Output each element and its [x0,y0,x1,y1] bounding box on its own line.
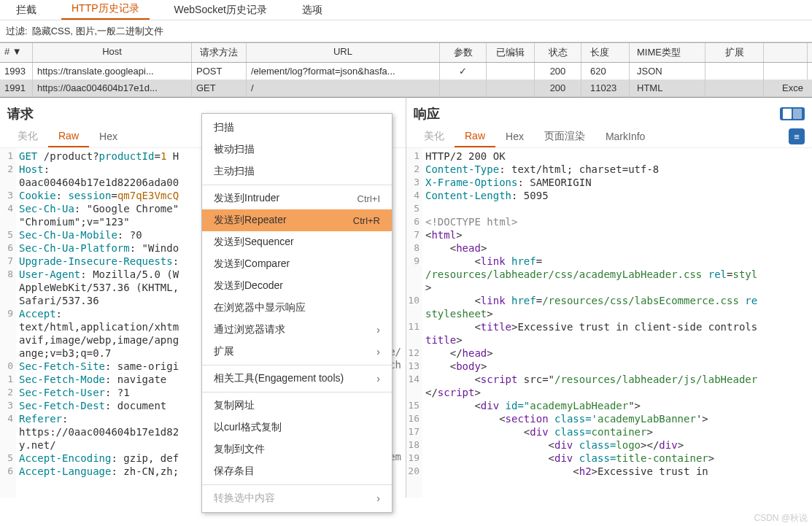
menu-request-browser[interactable]: 通过浏览器请求› [202,319,392,341]
menu-engagement-tools[interactable]: 相关工具(Engagement tools)› [202,368,392,390]
menu-passive-scan[interactable]: 被动扫描 [202,139,392,160]
filter-label: 过滤: [6,25,28,38]
col-length[interactable]: 长度 [581,43,630,62]
col-params[interactable]: 参数 [440,43,487,62]
cell-ext [705,80,764,96]
filter-bar[interactable]: 过滤: 隐藏CSS, 图片,一般二进制文件 [0,20,812,42]
tab-intercept[interactable]: 拦截 [6,1,47,20]
menu-send-repeater[interactable]: 发送到RepeaterCtrl+R [202,209,392,231]
layout-toggle[interactable] [780,107,805,120]
cell-extra: Exce [764,80,808,96]
context-menu: 扫描 被动扫描 主动扫描 发送到IntruderCtrl+I 发送到Repeat… [201,113,393,513]
cell-id: 1993 [0,63,33,80]
detail-panes: ge/ xch dem 请求 美化 Raw Hex 12 34 5678 9 0… [0,97,812,498]
resp-tab-raw[interactable]: Raw [455,125,495,147]
resp-tab-render[interactable]: 页面渲染 [534,125,595,147]
filter-value: 隐藏CSS, 图片,一般二进制文件 [32,25,164,38]
cell-ext [705,63,764,80]
menu-separator [202,365,392,366]
resp-tab-hex[interactable]: Hex [495,126,534,147]
col-extra[interactable] [764,43,808,62]
response-pane: 响应 美化 Raw Hex 页面渲染 MarkInfo ≡ 123456789 … [406,98,812,498]
col-mime[interactable]: MIME类型 [630,43,705,62]
cell-extra [764,63,808,80]
response-editor[interactable]: 123456789 10 11 121314 151617181920 HTTP… [406,148,812,498]
cell-params [440,80,487,96]
chevron-right-icon: › [376,324,380,336]
main-tabs: 拦截 HTTP历史记录 WebSocket历史记录 选项 [0,0,812,20]
tab-options[interactable]: 选项 [292,1,333,20]
menu-send-comparer[interactable]: 发送到Comparer [202,253,392,275]
req-tab-hex[interactable]: Hex [89,126,128,147]
cell-status: 200 [535,80,581,96]
cell-params: ✓ [440,63,487,80]
watermark: CSDN @秋说 [754,512,808,525]
resp-code[interactable]: HTTP/2 200 OK Content-Type: text/html; c… [422,148,812,498]
cell-method: GET [192,80,247,96]
col-ext[interactable]: 扩展 [705,43,764,62]
cell-edited [487,80,535,96]
table-header[interactable]: # ▼ Host 请求方法 URL 参数 已编辑 状态 长度 MIME类型 扩展 [0,42,812,63]
cell-mime: HTML [630,80,705,96]
cell-url: / [247,80,440,96]
menu-scan[interactable]: 扫描 [202,117,392,139]
chevron-right-icon: › [376,346,380,357]
col-url[interactable]: URL [247,43,440,62]
history-table: # ▼ Host 请求方法 URL 参数 已编辑 状态 长度 MIME类型 扩展… [0,42,812,97]
req-tab-pretty[interactable]: 美化 [7,125,48,147]
cell-host: https://0aac004604b17e1d... [33,80,192,96]
cell-len: 620 [581,63,630,80]
req-tab-raw[interactable]: Raw [48,125,89,147]
cell-method: POST [192,63,247,80]
col-method[interactable]: 请求方法 [192,43,247,62]
col-status[interactable]: 状态 [535,43,581,62]
req-gutter: 12 34 5678 9 01234 56 [0,148,16,498]
col-id[interactable]: # ▼ [0,43,33,62]
menu-show-in-browser[interactable]: 在浏览器中显示响应 [202,297,392,319]
request-title: 请求 [7,105,34,123]
col-host[interactable]: Host [33,43,192,62]
cell-len: 11023 [581,80,630,96]
menu-convert-selection[interactable]: 转换选中内容› [202,487,392,509]
cell-edited [487,63,535,80]
menu-copy-curl[interactable]: 以curl格式复制 [202,417,392,438]
resp-gutter: 123456789 10 11 121314 151617181920 [406,148,422,498]
menu-separator [202,392,392,392]
cell-status: 200 [535,63,581,80]
table-row[interactable]: 1993 https://translate.googleapi... POST… [0,63,812,80]
menu-save-item[interactable]: 保存条目 [202,460,392,482]
menu-copy-url[interactable]: 复制网址 [202,395,392,417]
cell-url: /element/log?format=json&hasfa... [247,63,440,80]
response-title: 响应 [414,105,440,123]
menu-extensions[interactable]: 扩展› [202,341,392,363]
chevron-right-icon: › [376,492,380,504]
menu-active-scan[interactable]: 主动扫描 [202,160,392,182]
menu-separator [202,484,392,485]
menu-send-decoder[interactable]: 发送到Decoder [202,275,392,297]
resp-tab-pretty[interactable]: 美化 [414,125,455,147]
cell-host: https://translate.googleapi... [33,63,192,80]
menu-send-sequencer[interactable]: 发送到Sequencer [202,231,392,253]
info-button[interactable]: ≡ [789,128,805,144]
resp-tab-markinfo[interactable]: MarkInfo [595,126,655,147]
menu-separator [202,185,392,185]
tab-ws-history[interactable]: WebSocket历史记录 [164,1,277,20]
menu-send-intruder[interactable]: 发送到IntruderCtrl+I [202,187,392,209]
chevron-right-icon: › [376,373,380,384]
cell-id: 1991 [0,80,33,96]
col-edited[interactable]: 已编辑 [487,43,535,62]
table-row[interactable]: 1991 https://0aac004604b17e1d... GET / 2… [0,80,812,96]
cell-mime: JSON [630,63,705,80]
menu-copy-to-file[interactable]: 复制到文件 [202,438,392,460]
tab-http-history[interactable]: HTTP历史记录 [61,0,150,20]
